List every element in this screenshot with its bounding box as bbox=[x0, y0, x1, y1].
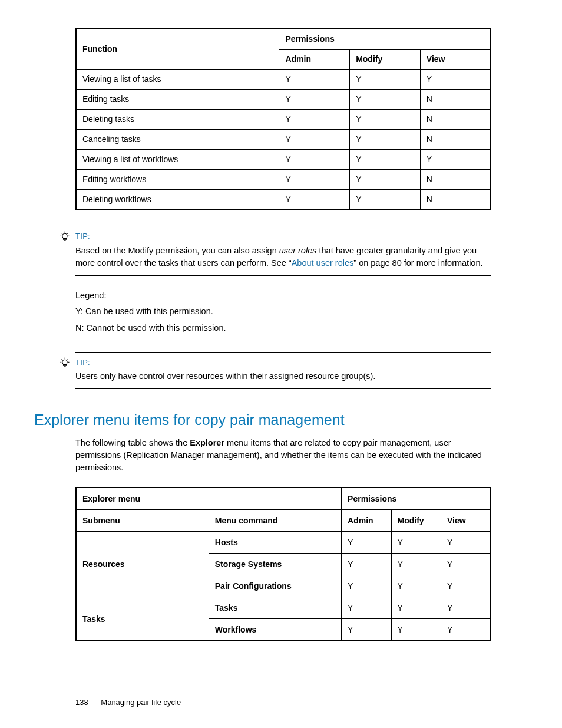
lightbulb-icon bbox=[59, 231, 71, 243]
svg-point-0 bbox=[62, 233, 67, 238]
cell-admin: Y bbox=[342, 619, 391, 641]
tip-body: Based on the Modify permission, you can … bbox=[75, 245, 491, 269]
tip-block-2: TIP: Users only have control over resour… bbox=[75, 352, 491, 390]
cell-admin: Y bbox=[279, 130, 350, 150]
cell-func: Viewing a list of tasks bbox=[76, 70, 279, 90]
svg-line-12 bbox=[67, 359, 68, 360]
cell-modify: Y bbox=[391, 554, 441, 575]
col-admin: Admin bbox=[279, 50, 350, 70]
cell-modify: Y bbox=[350, 130, 421, 150]
cell-view: N bbox=[420, 90, 491, 110]
table-row: Deleting workflowsYYN bbox=[76, 190, 491, 210]
cell-submenu: Resources bbox=[76, 532, 209, 597]
cell-func: Canceling tasks bbox=[76, 130, 279, 150]
chapter-title: Managing pair life cycle bbox=[101, 698, 181, 707]
legend-title: Legend: bbox=[75, 288, 491, 304]
cell-view: Y bbox=[441, 554, 491, 575]
cell-view: Y bbox=[441, 575, 491, 597]
cell-admin: Y bbox=[342, 575, 391, 597]
svg-point-7 bbox=[62, 360, 67, 364]
cell-view: Y bbox=[420, 70, 491, 90]
cell-command: Storage Systems bbox=[209, 554, 341, 575]
cell-admin: Y bbox=[279, 110, 350, 130]
cell-modify: Y bbox=[391, 575, 441, 597]
col-function: Function bbox=[76, 29, 279, 70]
page-footer: 138 Managing pair life cycle bbox=[75, 698, 491, 707]
cell-admin: Y bbox=[279, 190, 350, 210]
table-row: ResourcesHostsYYY bbox=[76, 532, 491, 554]
cell-command: Workflows bbox=[209, 619, 341, 641]
about-user-roles-link[interactable]: About user roles bbox=[292, 258, 354, 268]
cell-command: Pair Configurations bbox=[209, 575, 341, 597]
col-explorer-menu: Explorer menu bbox=[76, 487, 342, 510]
svg-line-4 bbox=[62, 233, 62, 233]
cell-admin: Y bbox=[342, 532, 391, 554]
cell-modify: Y bbox=[350, 70, 421, 90]
cell-func: Viewing a list of workflows bbox=[76, 150, 279, 170]
cell-func: Deleting tasks bbox=[76, 110, 279, 130]
cell-modify: Y bbox=[350, 150, 421, 170]
section-intro: The following table shows the Explorer m… bbox=[75, 437, 491, 474]
svg-line-11 bbox=[62, 359, 62, 360]
cell-modify: Y bbox=[391, 597, 441, 619]
explorer-table: Explorer menu Permissions Submenu Menu c… bbox=[75, 487, 491, 641]
tip-label: TIP: bbox=[75, 231, 491, 242]
cell-admin: Y bbox=[279, 70, 350, 90]
cell-view: N bbox=[420, 170, 491, 190]
cell-view: N bbox=[420, 130, 491, 150]
table-row: Viewing a list of tasksYYY bbox=[76, 70, 491, 90]
cell-modify: Y bbox=[391, 619, 441, 641]
cell-admin: Y bbox=[279, 150, 350, 170]
cell-view: Y bbox=[420, 150, 491, 170]
page-number: 138 bbox=[75, 698, 88, 707]
section-heading: Explorer menu items for copy pair manage… bbox=[34, 411, 491, 429]
cell-admin: Y bbox=[279, 170, 350, 190]
permissions-table: Function Permissions Admin Modify View V… bbox=[75, 28, 491, 210]
cell-modify: Y bbox=[391, 532, 441, 554]
cell-func: Deleting workflows bbox=[76, 190, 279, 210]
cell-submenu: Tasks bbox=[76, 597, 209, 641]
col-view: View bbox=[441, 510, 491, 532]
cell-modify: Y bbox=[350, 170, 421, 190]
cell-command: Hosts bbox=[209, 532, 341, 554]
lightbulb-icon bbox=[59, 357, 71, 369]
table-row: Canceling tasksYYN bbox=[76, 130, 491, 150]
legend: Legend: Y: Can be used with this permiss… bbox=[75, 288, 491, 337]
svg-line-5 bbox=[67, 233, 68, 233]
col-admin: Admin bbox=[342, 510, 391, 532]
tip-label: TIP: bbox=[75, 357, 491, 368]
cell-modify: Y bbox=[350, 110, 421, 130]
col-permissions: Permissions bbox=[342, 487, 491, 510]
tip-body: Users only have control over resources w… bbox=[75, 370, 491, 383]
table-row: Editing workflowsYYN bbox=[76, 170, 491, 190]
table-row: Editing tasksYYN bbox=[76, 90, 491, 110]
tip-block-1: TIP: Based on the Modify permission, you… bbox=[75, 226, 491, 276]
cell-view: Y bbox=[441, 532, 491, 554]
cell-modify: Y bbox=[350, 90, 421, 110]
col-modify: Modify bbox=[391, 510, 441, 532]
col-command: Menu command bbox=[209, 510, 341, 532]
cell-command: Tasks bbox=[209, 597, 341, 619]
cell-func: Editing tasks bbox=[76, 90, 279, 110]
legend-n: N: Cannot be used with this permission. bbox=[75, 320, 491, 337]
cell-view: N bbox=[420, 110, 491, 130]
cell-view: N bbox=[420, 190, 491, 210]
table-row: Deleting tasksYYN bbox=[76, 110, 491, 130]
col-permissions: Permissions bbox=[279, 29, 491, 50]
cell-view: Y bbox=[441, 619, 491, 641]
cell-admin: Y bbox=[342, 597, 391, 619]
col-submenu: Submenu bbox=[76, 510, 209, 532]
cell-admin: Y bbox=[279, 90, 350, 110]
col-modify: Modify bbox=[350, 50, 421, 70]
table-row: TasksTasksYYY bbox=[76, 597, 491, 619]
legend-y: Y: Can be used with this permission. bbox=[75, 304, 491, 320]
table-row: Viewing a list of workflowsYYY bbox=[76, 150, 491, 170]
col-view: View bbox=[420, 50, 491, 70]
cell-admin: Y bbox=[342, 554, 391, 575]
cell-modify: Y bbox=[350, 190, 421, 210]
cell-func: Editing workflows bbox=[76, 170, 279, 190]
cell-view: Y bbox=[441, 597, 491, 619]
